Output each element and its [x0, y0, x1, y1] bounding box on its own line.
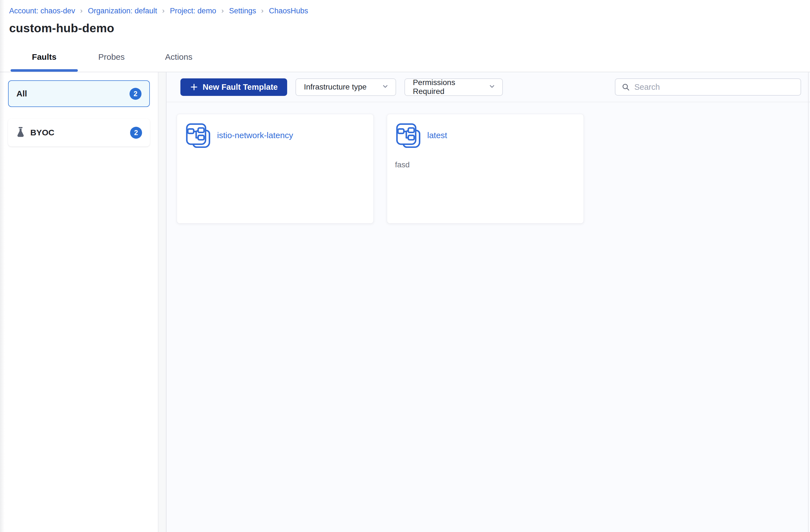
tab-probes[interactable]: Probes	[78, 42, 145, 72]
hub-card-description: fasd	[395, 160, 576, 170]
chevron-down-icon	[382, 83, 389, 91]
tab-bar: Faults Probes Actions	[0, 42, 810, 72]
fault-template-grid: istio-network-latency latest fa	[166, 102, 810, 224]
tab-faults[interactable]: Faults	[11, 42, 78, 72]
tab-actions-label: Actions	[165, 52, 192, 62]
search-icon	[621, 83, 630, 91]
permissions-required-select[interactable]: Permissions Required	[404, 78, 503, 96]
fault-template-icon	[185, 123, 210, 148]
new-fault-template-label: New Fault Template	[202, 83, 278, 92]
toolbar: New Fault Template Infrastructure type P…	[166, 72, 810, 102]
fault-template-card[interactable]: istio-network-latency	[177, 114, 374, 224]
fault-template-icon	[395, 123, 421, 148]
hub-card-title-link[interactable]: istio-network-latency	[217, 131, 293, 140]
count-badge: 2	[130, 127, 142, 139]
flask-icon	[16, 127, 25, 138]
infrastructure-type-select[interactable]: Infrastructure type	[295, 78, 396, 96]
page-header: Account: chaos-dev Organization: default…	[0, 0, 810, 35]
breadcrumb-project-link[interactable]: Project: demo	[170, 7, 216, 15]
plus-icon	[190, 83, 198, 91]
breadcrumb-settings-link[interactable]: Settings	[229, 7, 256, 15]
new-fault-template-button[interactable]: New Fault Template	[180, 78, 287, 96]
permissions-required-label: Permissions Required	[413, 78, 474, 96]
hub-card-title-link[interactable]: latest	[427, 131, 447, 140]
page-title: custom-hub-demo	[9, 21, 799, 35]
search-input[interactable]	[634, 83, 794, 92]
sidebar-gutter	[158, 72, 166, 532]
chevron-right-icon	[220, 9, 225, 14]
hub-card-description	[185, 160, 366, 170]
chevron-right-icon	[79, 9, 84, 14]
filter-sidebar: All 2 BYOC 2	[0, 72, 158, 532]
chevron-right-icon	[161, 9, 166, 14]
sidebar-item-all[interactable]: All 2	[8, 80, 150, 107]
main-panel: New Fault Template Infrastructure type P…	[166, 72, 810, 532]
tab-actions[interactable]: Actions	[145, 42, 212, 72]
filter-byoc-label: BYOC	[30, 128, 54, 137]
infrastructure-type-label: Infrastructure type	[304, 83, 367, 92]
breadcrumb-account-link[interactable]: Account: chaos-dev	[9, 7, 75, 15]
chevron-down-icon	[488, 83, 496, 91]
search-box[interactable]	[615, 78, 801, 96]
breadcrumb-organization-link[interactable]: Organization: default	[88, 7, 157, 15]
active-tab-underline	[11, 69, 78, 72]
tab-faults-label: Faults	[32, 52, 56, 62]
chevron-right-icon	[260, 9, 265, 14]
count-badge: 2	[130, 88, 142, 100]
breadcrumb: Account: chaos-dev Organization: default…	[9, 7, 799, 15]
scrollbar-track[interactable]	[808, 72, 809, 532]
fault-template-card[interactable]: latest fasd	[387, 114, 584, 224]
sidebar-item-byoc[interactable]: BYOC 2	[8, 119, 150, 146]
breadcrumb-chaoshubs-link[interactable]: ChaosHubs	[269, 7, 308, 15]
tab-probes-label: Probes	[98, 52, 125, 62]
filter-all-label: All	[16, 89, 27, 98]
